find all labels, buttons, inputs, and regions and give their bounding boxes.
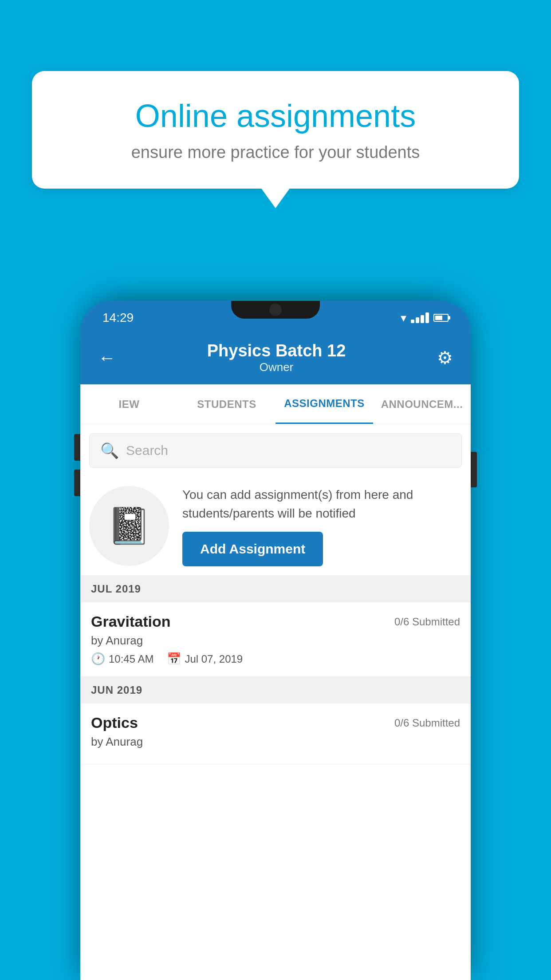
- calendar-icon: 📅: [167, 652, 181, 666]
- clock-icon: 🕐: [91, 652, 105, 666]
- header-title: Physics Batch 12: [116, 341, 437, 360]
- section-header-jul2019: JUL 2019: [80, 576, 471, 602]
- search-icon: 🔍: [100, 442, 119, 459]
- header-subtitle: Owner: [116, 360, 437, 374]
- assignment-title-gravitation: Gravitation: [91, 613, 170, 630]
- volume-down-button[interactable]: [74, 470, 80, 496]
- speech-bubble: Online assignments ensure more practice …: [32, 71, 519, 189]
- promo-section: 📓 You can add assignment(s) from here an…: [80, 477, 471, 576]
- app-header: ← Physics Batch 12 Owner ⚙: [80, 331, 471, 384]
- power-button[interactable]: [471, 452, 477, 487]
- notebook-icon: 📓: [107, 505, 151, 547]
- search-bar[interactable]: 🔍 Search: [89, 433, 462, 468]
- content-area: 🔍 Search 📓 You can add assignment(s) fro…: [80, 424, 471, 980]
- speech-bubble-container: Online assignments ensure more practice …: [32, 71, 519, 189]
- promo-icon-circle: 📓: [89, 486, 169, 566]
- tab-announcements[interactable]: ANNOUNCEM...: [373, 384, 471, 424]
- tab-students[interactable]: STUDENTS: [178, 384, 276, 424]
- tab-bar: IEW STUDENTS ASSIGNMENTS ANNOUNCEM...: [80, 384, 471, 424]
- assignment-date-value: Jul 07, 2019: [185, 653, 243, 665]
- assignment-submitted-gravitation: 0/6 Submitted: [394, 616, 460, 628]
- assignment-date-gravitation: 📅 Jul 07, 2019: [167, 652, 243, 666]
- assignment-title-optics: Optics: [91, 714, 138, 731]
- speech-bubble-subtitle: ensure more practice for your students: [63, 143, 488, 162]
- status-icons: ▾: [401, 311, 449, 325]
- volume-up-button[interactable]: [74, 434, 80, 461]
- assignment-author-optics: by Anurag: [91, 735, 460, 749]
- assignment-time-value: 10:45 AM: [109, 653, 153, 665]
- header-title-area: Physics Batch 12 Owner: [116, 341, 437, 374]
- status-time: 14:29: [102, 311, 134, 325]
- back-button[interactable]: ←: [98, 348, 116, 368]
- add-assignment-button[interactable]: Add Assignment: [182, 532, 323, 566]
- phone-notch: [231, 301, 320, 319]
- assignment-submitted-optics: 0/6 Submitted: [394, 717, 460, 729]
- assignment-meta-gravitation: 🕐 10:45 AM 📅 Jul 07, 2019: [91, 652, 460, 666]
- battery-icon: [433, 314, 449, 322]
- tab-assignments[interactable]: ASSIGNMENTS: [276, 384, 373, 424]
- settings-icon[interactable]: ⚙: [437, 348, 453, 368]
- speech-bubble-title: Online assignments: [63, 98, 488, 134]
- search-placeholder: Search: [126, 443, 168, 458]
- front-camera: [269, 304, 282, 316]
- promo-text-area: You can add assignment(s) from here and …: [182, 486, 462, 566]
- assignment-author-gravitation: by Anurag: [91, 634, 460, 648]
- tab-iew[interactable]: IEW: [80, 384, 178, 424]
- promo-description: You can add assignment(s) from here and …: [182, 486, 462, 523]
- assignment-row-1-optics: Optics 0/6 Submitted: [91, 714, 460, 731]
- assignment-item-gravitation[interactable]: Gravitation 0/6 Submitted by Anurag 🕐 10…: [80, 602, 471, 677]
- assignment-time-gravitation: 🕐 10:45 AM: [91, 652, 153, 666]
- section-header-jun2019: JUN 2019: [80, 677, 471, 703]
- wifi-icon: ▾: [401, 311, 406, 325]
- assignment-row-1: Gravitation 0/6 Submitted: [91, 613, 460, 630]
- signal-icon: [411, 312, 429, 323]
- assignment-item-optics[interactable]: Optics 0/6 Submitted by Anurag: [80, 703, 471, 764]
- phone-frame: 14:29 ▾ ← Physics Batch 12 Owner ⚙ I: [80, 301, 471, 980]
